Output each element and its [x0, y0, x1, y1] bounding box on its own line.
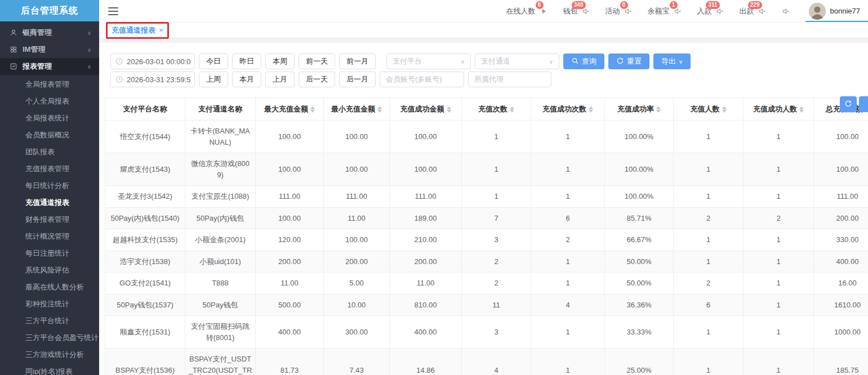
table-cell: GO支付2(1541) [105, 273, 185, 294]
sidebar-item[interactable]: 每日注册统计 [0, 245, 99, 262]
table-cell: 4 [462, 349, 531, 375]
avatar [809, 3, 826, 20]
notification-item[interactable]: 活动0 [606, 6, 632, 16]
sort-icon[interactable] [510, 106, 514, 113]
sidebar-item[interactable]: 彩种投注统计 [0, 296, 99, 312]
column-header: 支付通道名称 [185, 98, 256, 120]
column-header[interactable]: 充值成功次数 [531, 98, 605, 120]
platform-select[interactable]: 支付平台 ∨ [386, 53, 471, 69]
table-cell: 6 [674, 294, 744, 316]
column-header[interactable]: 充值人数 [674, 98, 744, 120]
date-from-input[interactable]: 2026-03-01 00:00:0 [110, 53, 195, 69]
table-cell: 1 [462, 153, 531, 186]
notification-item[interactable]: 余额宝1 [648, 6, 682, 16]
user-menu[interactable]: bonnie77 [805, 0, 868, 22]
table-cell: 100.00 [814, 120, 868, 153]
notification-item[interactable]: 钱包340 [563, 6, 590, 16]
notification-item[interactable]: 出款229 [740, 6, 766, 16]
sidebar-item[interactable]: 充值报表管理 [0, 160, 99, 177]
table-cell: 111.00 [814, 186, 868, 208]
sidebar-group-report[interactable]: 报表管理 ∧ [0, 58, 99, 75]
sort-icon[interactable] [310, 106, 315, 113]
quick-range-button[interactable]: 本周 [265, 53, 295, 69]
export-button[interactable]: 导出 ∨ [653, 53, 691, 69]
speaker-mute-icon[interactable] [782, 7, 790, 15]
quick-range-button[interactable]: 昨日 [232, 53, 261, 69]
sidebar-item[interactable]: 三方平台统计 [0, 312, 99, 329]
sort-icon[interactable] [377, 106, 382, 113]
sidebar-item[interactable]: 个人全局报表 [0, 93, 99, 110]
table-cell: 1 [744, 229, 814, 251]
date-to-input[interactable]: 2026-03-31 23:59:5 [110, 72, 195, 87]
table-cell: 2 [462, 251, 531, 273]
sort-icon[interactable] [799, 106, 804, 113]
clock-icon [115, 75, 123, 83]
sort-icon[interactable] [656, 106, 661, 113]
column-header[interactable]: 充值成功人数 [744, 98, 814, 120]
sort-icon[interactable] [447, 106, 451, 113]
refresh-table-button[interactable] [840, 96, 857, 112]
notification-item[interactable]: 在线人数6 [506, 6, 547, 16]
notification-item[interactable]: 入款311 [697, 6, 724, 16]
quick-range-button[interactable]: 后一天 [299, 72, 335, 87]
column-header[interactable]: 最大充值金额 [256, 98, 324, 120]
quick-range-button[interactable]: 今日 [199, 53, 228, 69]
quick-range-button[interactable]: 前一天 [299, 53, 335, 69]
sidebar-item[interactable]: 每日统计分析 [0, 177, 99, 194]
sidebar-item[interactable]: 同ip(姓名)报表 [0, 363, 99, 375]
table-cell: 100.00 [390, 153, 462, 186]
quick-range-button[interactable]: 前一月 [339, 53, 376, 69]
column-header[interactable]: 充值成功率 [605, 98, 674, 120]
quick-range-button[interactable]: 后一月 [339, 72, 376, 87]
table-cell: 66.67% [605, 229, 674, 251]
search-button[interactable]: 查询 [563, 53, 604, 69]
table-cell: 100.00 [324, 229, 390, 251]
table-cell: 1610.00 [814, 294, 868, 316]
channel-select[interactable]: 支付通道 ∨ [475, 53, 559, 69]
reset-button[interactable]: 重置 [608, 53, 649, 69]
sort-icon[interactable] [589, 106, 593, 113]
quick-range-button[interactable]: 上周 [199, 72, 228, 87]
refresh-icon [616, 57, 624, 66]
hamburger-icon[interactable] [108, 7, 118, 15]
sidebar-item[interactable]: 财务报表管理 [0, 211, 99, 228]
table-cell: 11.00 [324, 207, 390, 229]
quick-range-button[interactable]: 本月 [232, 72, 261, 87]
column-header[interactable]: 最小充值金额 [324, 98, 390, 120]
table-cell: 120.00 [256, 229, 324, 251]
column-settings-button[interactable] [859, 96, 868, 112]
chevron-down-icon: ∨ [679, 59, 683, 65]
sort-icon[interactable] [722, 106, 727, 113]
sidebar-item[interactable]: 统计概况管理 [0, 228, 99, 245]
sidebar-item[interactable]: 全局报表统计 [0, 110, 99, 127]
table-cell: 悟空支付(1544) [105, 120, 185, 153]
sidebar-item[interactable]: 充值通道报表 [0, 194, 99, 211]
sidebar-item[interactable]: 三方游戏统计分析 [0, 346, 99, 363]
quick-range-button[interactable]: 上月 [265, 72, 295, 87]
table-cell: 小额uid(101) [185, 251, 256, 273]
table-cell: 100.00 [324, 120, 390, 153]
tab-close-icon[interactable]: × [159, 26, 163, 34]
chevron-down-icon: ∨ [87, 47, 91, 53]
sidebar-item[interactable]: 三方平台会员盈亏统计 [0, 329, 99, 346]
sidebar-item[interactable]: 会员数据概况 [0, 127, 99, 144]
tab-bar: 充值通道报表 × [99, 23, 868, 38]
sidebar-group-merchant[interactable]: 银商管理 ∨ [0, 24, 99, 41]
sidebar-item[interactable]: 全局报表管理 [0, 76, 99, 93]
sidebar-item[interactable]: 系统风险评估 [0, 262, 99, 279]
table-cell: 1 [674, 251, 744, 273]
sidebar-item[interactable]: 最高在线人数分析 [0, 279, 99, 296]
table-cell: 浩宇支付(1538) [105, 251, 185, 273]
column-header[interactable]: 充值次数 [462, 98, 531, 120]
sidebar-item[interactable]: 团队报表 [0, 144, 99, 160]
table-cell: 1 [462, 186, 531, 208]
member-account-input[interactable]: 会员账号(多账号) [380, 72, 464, 87]
sidebar-group-im[interactable]: IM管理 ∨ [0, 41, 99, 58]
sidebar-submenu: 全局报表管理个人全局报表全局报表统计会员数据概况团队报表充值报表管理每日统计分析… [0, 75, 99, 375]
agent-input[interactable]: 所属代理 [468, 72, 551, 87]
table-cell: 1 [531, 349, 605, 375]
table-cell: 3 [462, 229, 531, 251]
table-tools [840, 96, 868, 112]
tab-recharge-channel-report[interactable]: 充值通道报表 × [108, 24, 167, 37]
column-header[interactable]: 充值成功金额 [390, 98, 462, 120]
